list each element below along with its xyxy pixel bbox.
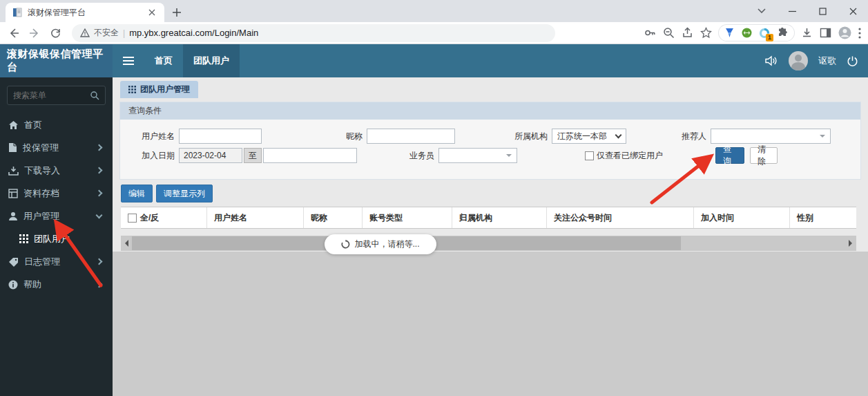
reload-icon[interactable] [47,25,64,41]
sidebar-item-label: 用户管理 [23,210,91,223]
user-icon [8,211,18,221]
clear-button[interactable]: 清除 [750,147,778,164]
sidebar-item-label: 帮助 [23,279,91,291]
username-label: 用户姓名 [133,129,175,144]
table-header-join-time: 加入时间 [694,207,790,228]
maximize-icon[interactable] [807,0,838,22]
sidebar-item-label: 首页 [24,119,104,131]
edit-button[interactable]: 编辑 [121,185,153,202]
table-header-follow-time: 关注公众号时间 [547,207,694,228]
side-panel-icon[interactable] [820,27,831,39]
search-icon[interactable] [90,91,99,100]
browser-tab[interactable]: 滚财保管理平台 [6,3,164,22]
sidebar-item-home[interactable]: 首页 [0,113,113,136]
password-key-icon[interactable] [644,27,656,39]
content-area: 团队用户管理 查询条件 用户姓名 昵称 所属机构 江苏统一本部 推荐人 [113,77,868,396]
extension-v-icon[interactable] [724,28,735,38]
new-tab-icon[interactable] [171,7,182,18]
download-icon [8,166,19,176]
navbar-tab-team-users[interactable]: 团队用户 [183,44,240,77]
file-icon [8,142,17,153]
date-to-label: 至 [244,148,262,163]
nickname-label: 昵称 [320,129,363,144]
extensions-puzzle-icon[interactable] [777,27,789,39]
security-label: 不安全 [94,27,119,39]
scroll-left-icon[interactable] [121,236,132,251]
power-icon[interactable] [847,55,858,67]
tag-icon [8,257,19,267]
column-label: 全/反 [140,212,159,224]
tab-team-user-management[interactable]: 团队用户管理 [120,81,198,98]
join-date-label: 加入日期 [133,148,175,163]
extension-green-icon[interactable] [742,28,752,38]
nickname-input[interactable] [367,129,455,144]
not-secure-warning-icon[interactable] [80,28,90,37]
browser-toolbar: 不安全 | mp.ybx.greatcai.com/Login/Main [0,22,868,44]
browser-tabstrip: 滚财保管理平台 [0,0,868,22]
url-text: mp.ybx.greatcai.com/Login/Main [129,28,258,38]
org-select[interactable]: 江苏统一本部 [552,129,626,144]
info-icon [8,280,18,290]
extension-ring-icon[interactable]: 1 [759,28,770,39]
sidebar-toggle-button[interactable] [113,44,144,77]
join-date-to-input[interactable] [263,148,357,163]
caret-down-icon [506,154,512,160]
horizontal-scrollbar[interactable] [121,236,856,251]
sidebar-item-label: 下载导入 [24,164,91,177]
tab-label: 团队用户管理 [140,84,190,95]
username-input[interactable] [179,129,262,144]
toolbar-icons: 1 [644,25,862,41]
chevron-right-icon [96,190,103,197]
url-bar[interactable]: 不安全 | mp.ybx.greatcai.com/Login/Main [72,24,555,42]
sidebar-item-log-management[interactable]: 日志管理 [0,250,113,273]
sidebar-item-help[interactable]: 帮助 [0,273,113,296]
profile-icon[interactable] [838,26,851,39]
zoom-out-icon[interactable] [663,27,675,39]
forward-icon[interactable] [26,25,43,41]
table-toolbar: 编辑 调整显示列 [121,185,213,202]
bound-only-checkbox[interactable] [585,151,594,160]
close-window-icon[interactable] [838,0,868,22]
sidebar-item-archive[interactable]: 资料存档 [0,182,113,205]
app-navbar: 滚财保银保信管理平台 首页 团队用户 讴歌 [0,44,868,77]
table-header-select-all: 全/反 [121,207,207,228]
extensions-pill: 1 [719,25,794,41]
spinner-icon [341,240,350,249]
scroll-right-icon[interactable] [845,236,856,251]
org-select-value: 江苏统一本部 [557,131,607,142]
tab-title: 滚财保管理平台 [28,7,141,19]
share-icon[interactable] [682,27,693,39]
join-date-from-input[interactable] [179,148,242,163]
favicon [12,8,22,17]
sidebar-search-input[interactable] [13,91,90,100]
sidebar-item-user-management[interactable]: 用户管理 [0,205,113,227]
chevron-right-icon [96,144,103,151]
tab-search-chevron-icon[interactable] [746,0,777,22]
page: 滚财保管理平台 [0,0,868,396]
adjust-columns-button[interactable]: 调整显示列 [156,185,213,202]
chevron-right-icon [96,258,103,265]
search-button[interactable]: 查询 [715,147,744,164]
org-label: 所属机构 [506,129,548,144]
tab-close-icon[interactable] [146,7,157,18]
referrer-label: 推荐人 [676,129,706,144]
sidebar-search[interactable] [7,86,106,105]
sidebar-item-download-import[interactable]: 下载导入 [0,159,113,182]
browser-menu-icon[interactable] [858,28,861,39]
bound-only-field: 仅查看已绑定用户 [585,148,663,163]
speaker-icon[interactable] [764,55,778,67]
referrer-select[interactable] [711,129,831,144]
salesman-select[interactable] [438,148,517,163]
select-all-checkbox[interactable] [128,214,137,223]
downloads-icon[interactable] [801,27,813,39]
minimize-icon[interactable] [777,0,807,22]
extension-badge: 1 [766,34,773,41]
navbar-tab-home[interactable]: 首页 [144,44,183,77]
user-avatar[interactable] [789,51,808,70]
sidebar-item-insurance[interactable]: 投保管理 [0,136,113,159]
sidebar-item-team-users[interactable]: 团队用户 [0,227,113,250]
loading-indicator: 加载中，请稍等... [325,234,436,254]
sidebar-item-label: 团队用户 [34,233,104,245]
back-icon[interactable] [6,25,22,41]
bookmark-star-icon[interactable] [700,27,712,39]
